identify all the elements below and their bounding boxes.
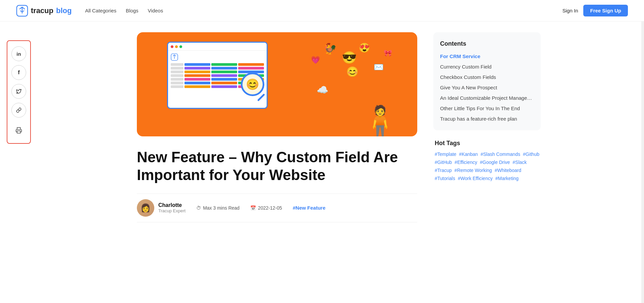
article-tag[interactable]: #New Feature xyxy=(293,205,326,211)
magnifier: 😊 xyxy=(241,73,271,103)
contents-item-5[interactable]: Other Little Tips For You In The End xyxy=(440,105,534,112)
contents-item-1[interactable]: Currency Custom Field xyxy=(440,63,534,70)
logo-icon xyxy=(16,5,28,17)
tags-cloud: #Template #Kanban #Slash Commands #Githu… xyxy=(435,152,539,181)
twitter-icon xyxy=(16,89,21,94)
contents-item-0[interactable]: For CRM Service xyxy=(440,53,534,60)
tag-remote-working[interactable]: #Remote Working xyxy=(454,168,492,173)
logo-link[interactable]: tracup blog xyxy=(16,5,72,17)
nav-links: All Categories Blogs Videos xyxy=(85,8,562,13)
author-avatar: 👩 xyxy=(137,199,154,217)
tag-whiteboard[interactable]: #Whiteboard xyxy=(495,168,521,173)
scrollbar-track xyxy=(641,0,644,233)
free-signup-button[interactable]: Free Sign Up xyxy=(583,5,628,16)
contents-list: For CRM Service Currency Custom Field Ch… xyxy=(440,53,534,122)
author-bar: 👩 Charlotte Tracup Expert ⏱ Max 3 mins R… xyxy=(137,193,417,222)
author-role: Tracup Expert xyxy=(158,208,185,213)
hot-tags-section: Hot Tags #Template #Kanban #Slash Comman… xyxy=(433,140,541,181)
linkedin-icon: in xyxy=(16,51,21,57)
tag-efficiency[interactable]: #Efficiency xyxy=(454,160,477,165)
tag-github-upper[interactable]: #GitHub xyxy=(435,160,452,165)
contents-item-2[interactable]: Checkbox Custom Fields xyxy=(440,74,534,81)
author-info: Charlotte Tracup Expert xyxy=(158,202,185,213)
tag-kanban[interactable]: #Kanban xyxy=(459,152,478,157)
tag-slack[interactable]: #Slack xyxy=(513,160,527,165)
read-time: ⏱ Max 3 mins Read xyxy=(196,205,239,211)
sign-in-button[interactable]: Sign In xyxy=(562,8,578,13)
printer-icon xyxy=(15,127,22,134)
page-layout: 😊 🐓 😎 😍 ✉️ 😊 💗 ☁️ 🎀 🧍 New Feature – Why … xyxy=(87,21,557,233)
facebook-icon: f xyxy=(18,69,20,76)
svg-rect-1 xyxy=(17,131,20,133)
nav-blogs[interactable]: Blogs xyxy=(126,8,139,13)
publish-date: 📅 2022-12-05 xyxy=(250,205,282,211)
contents-item-6[interactable]: Tracup has a feature-rich free plan xyxy=(440,115,534,122)
emoji-heart: 💗 xyxy=(311,56,320,64)
tag-tutorials[interactable]: #Tutorials xyxy=(435,176,455,181)
nav-right: Sign In Free Sign Up xyxy=(562,5,628,16)
navbar: tracup blog All Categories Blogs Videos … xyxy=(0,0,644,21)
nav-all-categories[interactable]: All Categories xyxy=(85,8,116,13)
calendar-icon: 📅 xyxy=(250,205,256,211)
tag-work-efficiency[interactable]: #Work Efficiency xyxy=(458,176,493,181)
author-name: Charlotte xyxy=(158,202,185,208)
person-character: 🧍 xyxy=(361,106,399,136)
tag-tracup[interactable]: #Tracup xyxy=(435,168,452,173)
twitter-button[interactable] xyxy=(11,84,26,99)
facebook-button[interactable]: f xyxy=(11,65,26,80)
link-icon xyxy=(16,107,21,113)
contents-box: Contents For CRM Service Currency Custom… xyxy=(433,32,541,130)
contents-item-4[interactable]: An Ideal Customizable Project Manage… xyxy=(440,94,534,101)
linkedin-button[interactable]: in xyxy=(11,46,26,61)
contents-title: Contents xyxy=(440,40,534,47)
emoji-heart-eyes: 😍 xyxy=(359,42,370,53)
emoji-cloud: ☁️ xyxy=(317,84,328,95)
logo-text-tracup: tracup xyxy=(31,6,53,15)
tag-marketing[interactable]: #Marketing xyxy=(495,176,519,181)
tag-template[interactable]: #Template xyxy=(435,152,457,157)
tag-github-lower[interactable]: #Github xyxy=(523,152,539,157)
emoji-sunglasses: 😎 xyxy=(342,51,357,65)
article-title: New Feature – Why Custom Field Are Impor… xyxy=(137,148,417,184)
tag-slash-commands[interactable]: #Slash Commands xyxy=(481,152,520,157)
main-content: 😊 🐓 😎 😍 ✉️ 😊 💗 ☁️ 🎀 🧍 New Feature – Why … xyxy=(137,32,417,222)
social-sidebar: in f xyxy=(7,40,31,144)
hero-image: 😊 🐓 😎 😍 ✉️ 😊 💗 ☁️ 🎀 🧍 xyxy=(137,32,417,136)
nav-videos[interactable]: Videos xyxy=(148,8,163,13)
tag-google-drive[interactable]: #Google Drive xyxy=(480,160,510,165)
print-button[interactable] xyxy=(11,123,26,138)
logo-text-blog: blog xyxy=(56,6,71,15)
hero-illustration: 😊 🐓 😎 😍 ✉️ 😊 💗 ☁️ 🎀 🧍 xyxy=(137,32,417,136)
contents-item-3[interactable]: Give You A New Prospect xyxy=(440,84,534,91)
link-copy-button[interactable] xyxy=(11,103,26,118)
clock-icon: ⏱ xyxy=(196,205,201,211)
hot-tags-title: Hot Tags xyxy=(435,140,539,147)
sidebar-right: Contents For CRM Service Currency Custom… xyxy=(433,32,541,222)
emoji-smiling: 😊 xyxy=(346,66,359,78)
emoji-chicken: 🐓 xyxy=(323,42,337,55)
emoji-envelope: ✉️ xyxy=(374,62,384,72)
emoji-bow: 🎀 xyxy=(384,49,392,57)
